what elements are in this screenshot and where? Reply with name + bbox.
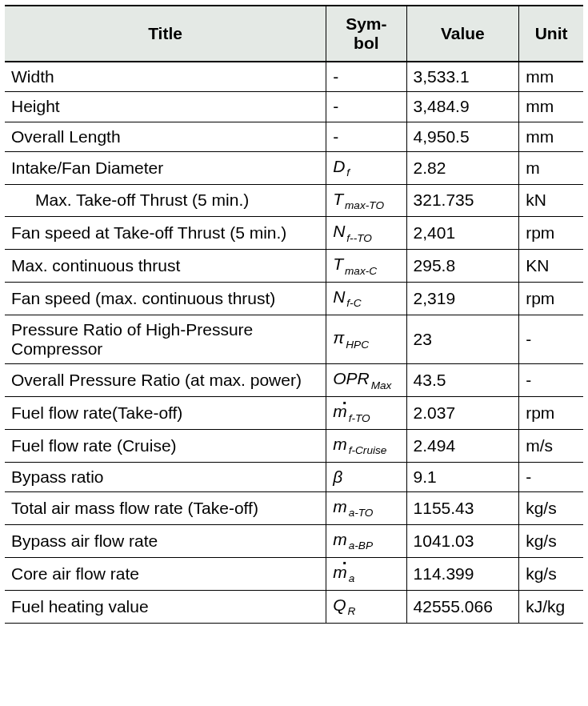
cell-symbol: ma [326,558,406,591]
table-row: Max. Take-off Thrust (5 min.)Tmax-TO321.… [5,184,583,217]
cell-unit: - [519,364,583,397]
symbol-main: T [333,190,343,208]
cell-unit: kN [519,184,583,217]
cell-unit: mm [519,122,583,151]
symbol-subscript: a-BP [347,540,373,552]
header-unit: Unit [519,6,583,62]
cell-unit: kJ/kg [519,590,583,623]
cell-unit: KN [519,250,583,283]
table-row: Bypass air flow ratema-BP1041.03kg/s [5,525,583,558]
table-row: Pressure Ratio of High-Pressure Compress… [5,315,583,364]
symbol-main: OPR [333,369,370,387]
cell-unit: kg/s [519,525,583,558]
cell-title: Fan speed at Take-off Thrust (5 min.) [5,217,326,250]
cell-value: 42555.066 [406,590,519,623]
cell-value: 43.5 [406,364,519,397]
cell-title: Height [5,92,326,122]
cell-title: Bypass air flow rate [5,525,326,558]
symbol-main: N [333,287,345,306]
symbol-subscript: f-TO [347,412,370,424]
cell-value: 9.1 [406,463,519,492]
cell-symbol: QR [326,590,406,623]
cell-title: Overall Pressure Ratio (at max. power) [5,364,326,397]
table-row: Bypass ratioβ9.1- [5,463,583,492]
symbol-main: β [333,467,342,486]
cell-value: 2.494 [406,430,519,463]
cell-unit: - [519,315,583,364]
cell-value: 2,401 [406,217,519,250]
symbol-subscript: max-TO [343,199,384,211]
cell-unit: mm [519,62,583,92]
symbol-main: Q [333,596,346,614]
cell-value: 23 [406,315,519,364]
table-row: Total air mass flow rate (Take-off)ma-TO… [5,492,583,525]
symbol-subscript: a-TO [347,507,374,519]
cell-symbol: - [326,62,406,92]
cell-symbol: ma-BP [326,525,406,558]
cell-unit: rpm [519,283,583,315]
symbol-main: m [333,435,347,453]
cell-unit: m/s [519,430,583,463]
table-header: Title Sym- bol Value Unit [5,6,583,62]
spec-table: Title Sym- bol Value Unit Width-3,533.1m… [5,5,583,624]
cell-symbol: πHPC [326,315,406,364]
cell-unit: kg/s [519,492,583,525]
cell-unit: kg/s [519,558,583,591]
header-value: Value [406,6,519,62]
table-row: Overall Length-4,950.5mm [5,122,583,151]
cell-title: Fuel flow rate (Cruise) [5,430,326,463]
cell-symbol: ma-TO [326,492,406,525]
cell-value: 3,533.1 [406,62,519,92]
table-row: Width-3,533.1mm [5,62,583,92]
cell-symbol: Nf--TO [326,217,406,250]
cell-title: Core air flow rate [5,558,326,591]
cell-title: Fuel heating value [5,590,326,623]
cell-symbol: mf-Cruise [326,430,406,463]
cell-symbol: - [326,122,406,151]
symbol-subscript: f-Cruise [347,444,387,456]
table-row: Fuel heating valueQR42555.066kJ/kg [5,590,583,623]
cell-value: 295.8 [406,250,519,283]
cell-value: 2.82 [406,151,519,184]
cell-unit: rpm [519,217,583,250]
cell-symbol: mf-TO [326,397,406,430]
cell-value: 4,950.5 [406,122,519,151]
symbol-subscript: f [345,166,350,179]
symbol-main: D [333,157,345,175]
symbol-main: T [333,255,343,273]
symbol-main: m [333,402,347,421]
cell-title: Max. continuous thrust [5,250,326,283]
cell-symbol: Tmax-TO [326,184,406,217]
table-row: Core air flow ratema114.399kg/s [5,558,583,591]
cell-value: 321.735 [406,184,519,217]
symbol-subscript: f-C [345,297,361,309]
symbol-subscript: max-C [343,265,377,277]
cell-symbol: β [326,463,406,492]
header-title: Title [5,6,326,62]
cell-unit: rpm [519,397,583,430]
cell-value: 2,319 [406,283,519,315]
cell-value: 1041.03 [406,525,519,558]
cell-symbol: OPRMax [326,364,406,397]
cell-unit: m [519,151,583,184]
cell-unit: mm [519,92,583,122]
symbol-main: m [333,497,347,515]
cell-symbol: - [326,92,406,122]
cell-symbol: Df [326,151,406,184]
table-row: Fan speed (max. continuous thrust)Nf-C2,… [5,283,583,315]
symbol-main: N [333,222,345,240]
cell-unit: - [519,463,583,492]
table-row: Height-3,484.9mm [5,92,583,122]
symbol-main: π [333,328,344,347]
symbol-main: m [333,530,347,548]
cell-title: Overall Length [5,122,326,151]
cell-title: Pressure Ratio of High-Pressure Compress… [5,315,326,364]
symbol-subscript: HPC [344,339,369,351]
table-row: Fuel flow rate (Cruise)mf-Cruise2.494m/s [5,430,583,463]
cell-title: Width [5,62,326,92]
cell-value: 1155.43 [406,492,519,525]
cell-title: Total air mass flow rate (Take-off) [5,492,326,525]
symbol-subscript: Max [370,379,392,391]
cell-title: Fuel flow rate(Take-off) [5,397,326,430]
symbol-subscript: f--TO [345,232,372,244]
